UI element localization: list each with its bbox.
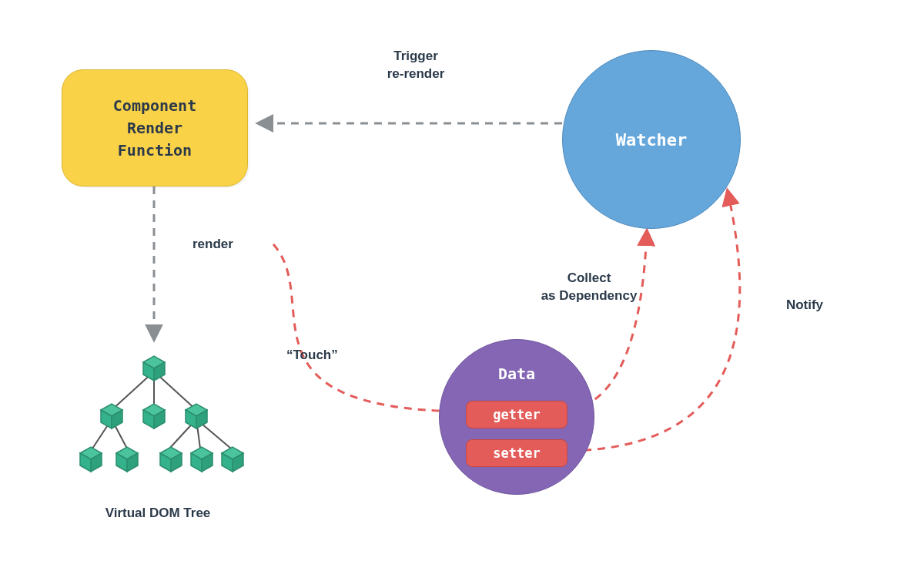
node-getter: getter — [466, 401, 567, 428]
svg-marker-4 — [101, 410, 112, 428]
node-data-label: Data — [440, 365, 594, 383]
svg-marker-15 — [116, 447, 138, 459]
svg-marker-18 — [160, 447, 182, 459]
svg-marker-10 — [186, 410, 196, 428]
svg-marker-5 — [112, 410, 122, 428]
svg-marker-3 — [101, 404, 122, 416]
diagram-stage: Component Render Function Watcher Data g… — [0, 0, 924, 578]
node-watcher-label: Watcher — [616, 130, 688, 150]
svg-marker-14 — [91, 453, 102, 472]
svg-marker-16 — [116, 453, 127, 472]
svg-marker-0 — [143, 356, 165, 368]
svg-marker-22 — [191, 453, 202, 472]
node-setter: setter — [466, 439, 567, 467]
svg-marker-1 — [143, 362, 154, 381]
svg-marker-21 — [191, 447, 213, 459]
svg-marker-2 — [154, 362, 165, 381]
label-vdom-tree: Virtual DOM Tree — [69, 505, 246, 523]
edge-touch — [273, 244, 462, 412]
node-getter-label: getter — [493, 407, 540, 422]
svg-marker-12 — [80, 447, 102, 459]
svg-marker-7 — [143, 410, 154, 428]
svg-marker-24 — [222, 447, 243, 459]
svg-marker-19 — [160, 453, 171, 472]
node-watcher: Watcher — [562, 50, 741, 229]
svg-marker-13 — [80, 453, 91, 472]
label-collect: Collect as Dependency — [512, 270, 666, 305]
svg-marker-9 — [186, 404, 207, 416]
label-render: render — [192, 236, 262, 254]
node-setter-label: setter — [493, 445, 540, 461]
vdom-tree-illustration — [92, 371, 231, 449]
svg-marker-8 — [154, 410, 165, 428]
svg-marker-20 — [171, 453, 182, 472]
svg-marker-26 — [233, 453, 243, 472]
label-touch: “Touch” — [286, 347, 356, 365]
svg-marker-23 — [202, 453, 213, 472]
node-render-function-label: Component Render Function — [113, 95, 196, 162]
label-trigger: Trigger re-render — [339, 48, 493, 83]
vdom-tree-nodes — [80, 356, 243, 472]
svg-marker-11 — [196, 410, 207, 428]
node-render-function: Component Render Function — [62, 69, 248, 187]
edge-notify — [570, 191, 740, 451]
svg-marker-6 — [143, 404, 165, 416]
svg-marker-25 — [222, 453, 233, 472]
label-notify: Notify — [770, 297, 839, 314]
svg-marker-17 — [127, 453, 138, 472]
